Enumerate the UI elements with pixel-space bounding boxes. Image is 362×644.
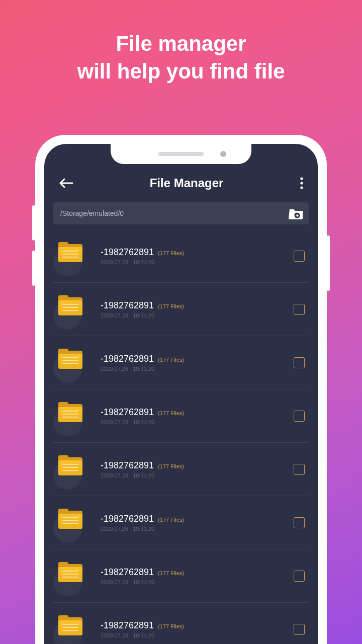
folder-icon [58, 243, 82, 262]
file-count: (177 Files) [158, 623, 184, 629]
marketing-headline: File manager will help you find file [0, 0, 362, 100]
file-info: -1982762891 (177 Files) 2020.07.28 10:31… [87, 407, 294, 425]
folder-icon [58, 616, 82, 635]
more-menu-button[interactable] [300, 177, 304, 190]
app-title: File Manager [150, 176, 224, 190]
select-checkbox[interactable] [294, 357, 305, 368]
file-name: -1982762891 [101, 354, 154, 364]
phone-side-button [32, 251, 35, 286]
folder-icon [58, 563, 82, 582]
file-info: -1982762891 (177 Files) 2020.07.28 10:31… [87, 567, 294, 585]
file-row[interactable]: -1982762891 (177 Files) 2020.07.28 10:31… [53, 336, 309, 389]
svg-point-1 [300, 182, 303, 184]
file-row[interactable]: -1982762891 (177 Files) 2020.07.28 10:31… [53, 496, 309, 549]
file-count: (177 Files) [158, 250, 184, 256]
current-path: /Storage/emulated/0 [60, 209, 124, 217]
file-row[interactable]: -1982762891 (177 Files) 2020.07.28 10:31… [53, 443, 309, 496]
file-row[interactable]: -1982762891 (177 Files) 2020.07.28 10:31… [53, 229, 309, 283]
file-meta: 2020.07.28 10:31:20 [101, 366, 294, 372]
file-meta: 2020.07.28 10:31:20 [101, 632, 294, 638]
folder-icon [58, 403, 82, 422]
file-row[interactable]: -1982762891 (177 Files) 2020.07.28 10:31… [53, 283, 309, 336]
file-name: -1982762891 [101, 567, 154, 578]
select-checkbox[interactable] [294, 517, 305, 528]
folder-add-icon [289, 206, 304, 220]
file-meta: 2020.07.28 10:31:20 [101, 579, 294, 585]
select-checkbox[interactable] [294, 411, 305, 422]
file-row[interactable]: -1982762891 (177 Files) 2020.07.28 10:31… [53, 603, 309, 644]
folder-icon-wrap [55, 507, 87, 539]
file-name: -1982762891 [101, 460, 154, 471]
select-checkbox[interactable] [294, 571, 305, 582]
folder-icon-wrap [55, 560, 87, 592]
file-name: -1982762891 [101, 407, 154, 418]
phone-notch [111, 144, 251, 164]
file-name: -1982762891 [101, 620, 154, 631]
file-list: -1982762891 (177 Files) 2020.07.28 10:31… [44, 229, 318, 644]
folder-icon-wrap [55, 240, 87, 272]
svg-point-0 [300, 177, 303, 180]
folder-icon [58, 296, 82, 315]
select-checkbox[interactable] [294, 251, 305, 262]
folder-icon [58, 350, 82, 369]
file-info: -1982762891 (177 Files) 2020.07.28 10:31… [87, 354, 294, 372]
phone-side-button [32, 205, 35, 240]
folder-icon [58, 456, 82, 475]
file-info: -1982762891 (177 Files) 2020.07.28 10:31… [87, 620, 294, 638]
phone-frame: File Manager /Storage/emulated/0 [35, 135, 327, 644]
file-name: -1982762891 [101, 247, 154, 258]
phone-screen: File Manager /Storage/emulated/0 [44, 144, 318, 644]
folder-icon-wrap [55, 453, 87, 486]
file-info: -1982762891 (177 Files) 2020.07.28 10:31… [87, 247, 294, 265]
headline-line1: File manager [0, 30, 362, 58]
folder-icon-wrap [55, 613, 87, 645]
file-meta: 2020.07.28 10:31:20 [101, 472, 294, 478]
arrow-left-icon [58, 177, 73, 189]
folder-icon-wrap [55, 400, 87, 432]
file-name: -1982762891 [101, 300, 154, 311]
file-info: -1982762891 (177 Files) 2020.07.28 10:31… [87, 300, 294, 318]
camera [220, 151, 226, 157]
folder-icon-wrap [55, 293, 87, 326]
file-count: (177 Files) [158, 463, 184, 469]
file-info: -1982762891 (177 Files) 2020.07.28 10:31… [87, 514, 294, 532]
file-info: -1982762891 (177 Files) 2020.07.28 10:31… [87, 460, 294, 478]
more-vertical-icon [300, 177, 304, 190]
path-bar[interactable]: /Storage/emulated/0 [53, 202, 309, 224]
file-meta: 2020.07.28 10:31:20 [101, 259, 294, 265]
file-row[interactable]: -1982762891 (177 Files) 2020.07.28 10:31… [53, 389, 309, 443]
file-meta: 2020.07.28 10:31:20 [101, 419, 294, 425]
file-count: (177 Files) [158, 517, 184, 523]
file-count: (177 Files) [158, 570, 184, 576]
file-meta: 2020.07.28 10:31:20 [101, 312, 294, 318]
back-button[interactable] [58, 177, 73, 189]
folder-icon-wrap [55, 347, 87, 379]
file-row[interactable]: -1982762891 (177 Files) 2020.07.28 10:31… [53, 549, 309, 603]
file-count: (177 Files) [158, 303, 184, 309]
new-folder-button[interactable] [289, 206, 304, 220]
file-count: (177 Files) [158, 357, 184, 363]
select-checkbox[interactable] [294, 464, 305, 475]
svg-point-2 [300, 186, 303, 189]
select-checkbox[interactable] [294, 304, 305, 315]
select-checkbox[interactable] [294, 624, 305, 635]
file-count: (177 Files) [158, 410, 184, 416]
headline-line2: will help you find file [0, 58, 362, 86]
file-name: -1982762891 [101, 514, 154, 524]
file-meta: 2020.07.28 10:31:20 [101, 526, 294, 532]
phone-side-button [327, 235, 330, 291]
speaker [158, 152, 204, 156]
folder-icon [58, 510, 82, 529]
